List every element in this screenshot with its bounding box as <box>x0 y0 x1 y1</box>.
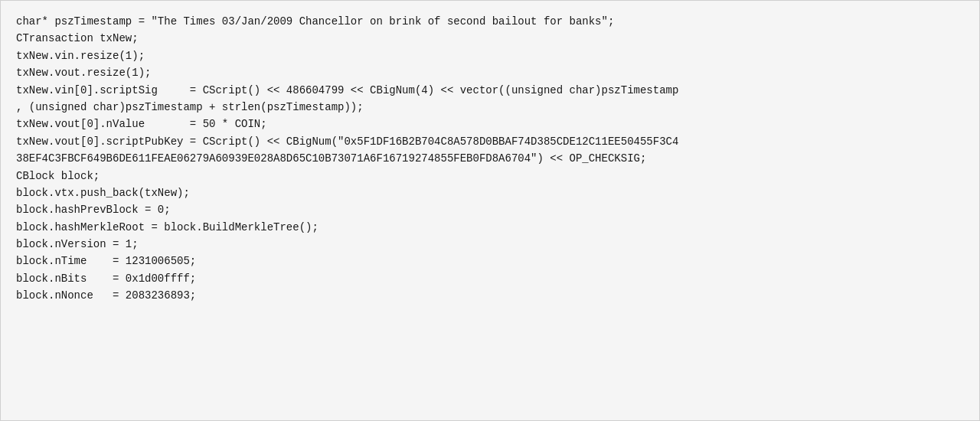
code-container[interactable]: char* pszTimestamp = "The Times 03/Jan/2… <box>0 0 980 421</box>
code-block: char* pszTimestamp = "The Times 03/Jan/2… <box>16 13 964 305</box>
